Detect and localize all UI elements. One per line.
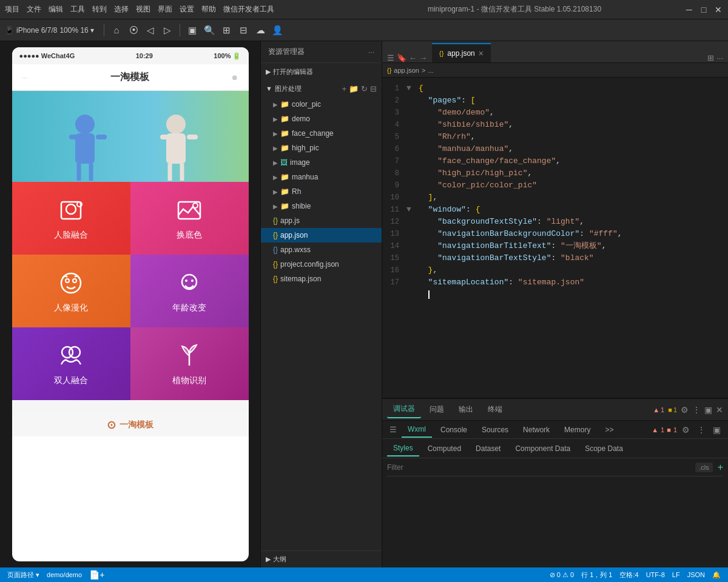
phone-nav-record[interactable]: ⏺ [231, 73, 238, 82]
upload-icon[interactable]: ☁ [253, 23, 268, 38]
error-indicator[interactable]: ▲1 ■1 [652, 426, 677, 433]
inspector-tab-dataset[interactable]: Dataset [470, 441, 507, 457]
sidebar-toggle-icon[interactable]: ☰ [387, 53, 394, 62]
fold-1[interactable]: ▼ [404, 82, 414, 95]
file-app-wxss[interactable]: {} app.wxss [261, 242, 382, 257]
avatar-icon[interactable]: 👤 [270, 23, 285, 38]
folder-rh[interactable]: ▶ 📁 Rh [261, 184, 382, 199]
close-button[interactable]: ✕ [713, 5, 723, 15]
folder-manhua[interactable]: ▶ 📁 manhua [261, 170, 382, 184]
phone-nav-dots[interactable]: ··· [22, 73, 28, 82]
file-explorer-more-icon[interactable]: ··· [368, 48, 374, 56]
fold-11[interactable]: ▼ [404, 204, 414, 216]
home-icon[interactable]: ⌂ [109, 23, 124, 38]
details-icon[interactable]: ⊟ [236, 23, 251, 38]
menu-devtools[interactable]: 微信开发者工具 [223, 4, 274, 15]
devtools-tab-memory[interactable]: Memory [558, 422, 596, 438]
devtools-tab-console[interactable]: Console [434, 422, 473, 438]
open-editors-section[interactable]: ▶ 打开的编辑器 [261, 63, 382, 80]
debug-more-icon[interactable]: ⋮ [692, 405, 701, 415]
compile-icon[interactable]: ⦿ [126, 23, 141, 38]
forward-icon[interactable]: ▷ [160, 23, 175, 38]
menu-edit[interactable]: 编辑 [49, 4, 63, 15]
devtools-list-icon[interactable]: ☰ [387, 425, 399, 434]
menu-goto[interactable]: 转到 [92, 4, 107, 15]
device-selector[interactable]: 📱 iPhone 6/7/8 100% 16 ▾ [5, 26, 94, 35]
menu-select[interactable]: 选择 [114, 4, 129, 15]
grid-item-age-change[interactable]: 年龄改变 [130, 255, 249, 327]
tab-output[interactable]: 输出 [453, 401, 479, 418]
bookmark-icon[interactable]: 🔖 [397, 53, 406, 62]
folder-shibie[interactable]: ▶ 📁 shibie [261, 199, 382, 213]
search-icon[interactable]: 🔍 [202, 23, 217, 38]
file-project-config[interactable]: {} project.config.json [261, 257, 382, 272]
window-controls[interactable]: ─ □ ✕ [684, 5, 723, 15]
debug-settings-icon[interactable]: ⚙ [681, 405, 689, 415]
devtools-tab-network[interactable]: Network [517, 422, 556, 438]
refresh-icon[interactable]: ↻ [361, 84, 368, 93]
image-processing-section[interactable]: ▼ 图片处理 + 📁 ↻ ⊟ [261, 80, 382, 97]
menu-interface[interactable]: 界面 [158, 4, 172, 15]
tab-close-button[interactable]: × [479, 49, 484, 58]
back-nav-icon[interactable]: ← [409, 53, 417, 62]
maximize-button[interactable]: □ [699, 5, 709, 15]
outline-section[interactable]: ▶ 大纲 [261, 550, 382, 567]
tab-problems[interactable]: 问题 [423, 401, 450, 418]
cls-badge[interactable]: .cls [695, 463, 713, 472]
menu-help[interactable]: 帮助 [201, 4, 216, 15]
add-file-icon[interactable]: + [342, 84, 346, 93]
minimize-button[interactable]: ─ [684, 5, 694, 15]
menu-bar[interactable]: 项目 文件 编辑 工具 转到 选择 视图 界面 设置 帮助 微信开发者工具 [5, 4, 345, 15]
page-path-label[interactable]: 页面路径 ▾ [7, 570, 39, 580]
code-editor[interactable]: 1 ▼ { 2 "pages": [ 3 "demo/demo", 4 [382, 78, 728, 398]
file-sitemap[interactable]: {} sitemap.json [261, 272, 382, 286]
devtools-tab-more[interactable]: >> [599, 422, 619, 438]
file-explorer-title: 资源管理器 [268, 47, 305, 57]
devtools-panel-icon[interactable]: ▣ [710, 425, 723, 435]
back-icon[interactable]: ◁ [143, 23, 158, 38]
file-app-js[interactable]: {} app.js [261, 213, 382, 228]
inspector-tab-computed[interactable]: Computed [422, 441, 467, 457]
folder-color-pic[interactable]: ▶ 📁 color_pic [261, 97, 382, 112]
grid-item-face-merge[interactable]: 人脸融合 [12, 182, 130, 255]
tab-app-json[interactable]: {} app.json × [432, 43, 491, 62]
grid-item-color-change[interactable]: 换底色 [130, 182, 249, 255]
menu-file[interactable]: 文件 [27, 4, 41, 15]
filter-input[interactable] [387, 463, 690, 472]
folder-demo[interactable]: ▶ 📁 demo [261, 112, 382, 126]
folder-image[interactable]: ▶ 🖼 image [261, 155, 382, 170]
devtools-tab-sources[interactable]: Sources [476, 422, 514, 438]
inspector-tab-component-data[interactable]: Component Data [509, 441, 576, 457]
add-style-button[interactable]: + [718, 462, 723, 473]
inspector-tab-styles[interactable]: Styles [387, 441, 419, 457]
devtools-more-icon[interactable]: ⋮ [695, 425, 708, 435]
collapse-icon[interactable]: ⊟ [370, 84, 377, 93]
notifications-icon[interactable]: 🔔 [712, 571, 721, 579]
debug-close-icon[interactable]: ✕ [716, 405, 723, 415]
grid-item-double-merge[interactable]: 双人融合 [12, 327, 130, 400]
file-app-json[interactable]: {} app.json [261, 228, 382, 242]
preview-icon[interactable]: ▣ [185, 23, 200, 38]
devtools-tab-wxml[interactable]: Wxml [402, 422, 432, 438]
menu-settings[interactable]: 设置 [180, 4, 194, 15]
split-editor-icon[interactable]: ⊞ [707, 53, 714, 62]
forward-nav-icon[interactable]: → [419, 53, 427, 62]
error-status[interactable]: ⊘ 0 ⚠ 0 [550, 571, 574, 579]
folder-face-change[interactable]: ▶ 📁 face_change [261, 126, 382, 141]
menu-project[interactable]: 项目 [5, 4, 19, 15]
qr-icon[interactable]: ⊞ [219, 23, 234, 38]
tab-terminal[interactable]: 终端 [482, 401, 508, 418]
menu-tools[interactable]: 工具 [70, 4, 85, 15]
grid-item-cartoon[interactable]: 人像漫化 [12, 255, 130, 327]
tab-debugger[interactable]: 调试器 [387, 401, 421, 418]
device-name[interactable]: iPhone 6/7/8 [16, 26, 57, 35]
inspector-tab-scope-data[interactable]: Scope Data [579, 441, 629, 457]
devtools-settings-icon[interactable]: ⚙ [679, 425, 692, 435]
menu-view[interactable]: 视图 [136, 4, 150, 15]
grid-item-plant[interactable]: 植物识别 [130, 327, 249, 400]
add-folder-icon[interactable]: 📁 [349, 84, 359, 93]
add-page-icon[interactable]: 📄+ [89, 570, 104, 580]
editor-more-icon[interactable]: ··· [716, 53, 723, 62]
folder-high-pic[interactable]: ▶ 📁 high_pic [261, 141, 382, 155]
debug-panel-icon[interactable]: ▣ [704, 405, 712, 415]
